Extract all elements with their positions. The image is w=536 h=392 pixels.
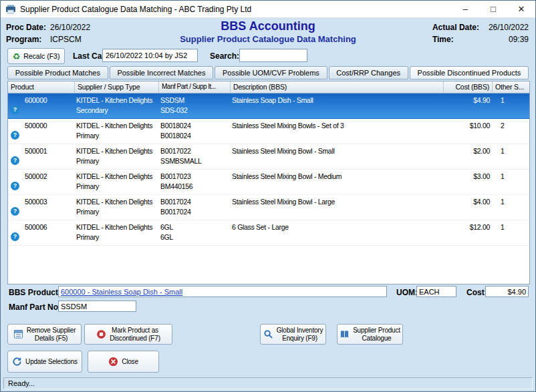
other-suppliers-cell: 1 bbox=[493, 93, 529, 118]
table-header: Product Supplier / Supp Type Manf Part /… bbox=[8, 81, 529, 93]
manf-part-number: B0017024 bbox=[160, 197, 231, 207]
question-icon: ? bbox=[11, 106, 19, 114]
table-row[interactable]: ? 500002 KITDEL - Kitchen Delights Prima… bbox=[8, 170, 529, 195]
catalogue-icon bbox=[340, 329, 350, 339]
remove-details-icon bbox=[13, 329, 23, 339]
supplier-cell: KITDEL - Kitchen Delights Secondary bbox=[75, 93, 159, 118]
uom-label: UOM: bbox=[396, 288, 418, 297]
recalc-button[interactable]: ♻ Recalc (F3) bbox=[7, 48, 65, 64]
manf-part-cell: SSDSM SDS-032 bbox=[159, 93, 231, 118]
manf-part-cell: B0017023 BM440156 bbox=[159, 170, 231, 194]
maximize-button[interactable]: □ bbox=[479, 1, 507, 17]
table-row[interactable]: ? 500001 KITDEL - Kitchen Delights Prima… bbox=[8, 144, 529, 170]
table-row[interactable]: ? 500003 KITDEL - Kitchen Delights Prima… bbox=[8, 195, 529, 220]
product-code: 500000 bbox=[23, 119, 75, 144]
supplier-type: Primary bbox=[76, 207, 159, 217]
other-suppliers-cell: 1 bbox=[493, 170, 529, 194]
search-input[interactable] bbox=[239, 49, 307, 62]
column-header-cost[interactable]: Cost (BBS) bbox=[444, 81, 493, 93]
mark-discontinued-button[interactable]: Mark Product as Discontinued (F7) bbox=[84, 324, 172, 345]
global-inventory-enquiry-button[interactable]: Global Inventory Enquiry (F9) bbox=[260, 324, 326, 345]
row-status-cell: ? bbox=[8, 195, 23, 220]
bbs-product-field: 600000 - Stainless Soap Dish - Small bbox=[58, 286, 387, 297]
supplier-type: Primary bbox=[76, 156, 159, 166]
supplier-cell: KITDEL - Kitchen Delights Primary bbox=[75, 144, 159, 169]
description-cell: Stainless Soap Dish - Small bbox=[231, 93, 444, 118]
supp-item-number: SSMBSMALL bbox=[160, 156, 231, 166]
row-status-cell: ? bbox=[8, 220, 23, 245]
uom-field: EACH bbox=[416, 286, 456, 297]
column-header-description[interactable]: Description (BBS) bbox=[231, 81, 444, 93]
column-header-other-suppliers[interactable]: Other S... bbox=[493, 81, 529, 93]
table-row[interactable]: ? 600000 KITDEL - Kitchen Delights Secon… bbox=[8, 93, 529, 119]
supplier-cell: KITDEL - Kitchen Delights Primary bbox=[75, 119, 159, 144]
cost-label: Cost: bbox=[466, 288, 487, 297]
supplier-name: KITDEL - Kitchen Delights bbox=[76, 95, 159, 106]
close-button[interactable]: Close bbox=[88, 351, 159, 373]
bbs-product-label: BBS Product: bbox=[9, 288, 61, 297]
supplier-name: KITDEL - Kitchen Delights bbox=[76, 121, 159, 131]
manf-part-cell: 6GL 6GL bbox=[159, 220, 231, 245]
column-header-manf-part[interactable]: Manf Part / Supp It... bbox=[159, 81, 231, 93]
manf-part-no-label: Manf Part No: bbox=[9, 303, 61, 312]
actual-date-label: Actual Date: bbox=[432, 21, 479, 33]
question-icon: ? bbox=[11, 182, 19, 190]
cost-cell: $2.00 bbox=[444, 144, 493, 169]
table-row[interactable]: ? 500006 KITDEL - Kitchen Delights Prima… bbox=[8, 220, 529, 246]
last-calc-field: 26/10/2022 10:04 by JS2 bbox=[102, 49, 198, 62]
tab-cost-rrp-changes[interactable]: Cost/RRP Changes bbox=[329, 66, 408, 79]
row-status-cell: ? bbox=[8, 93, 23, 118]
page-title: Supplier Product Catalogue Data Matching bbox=[81, 34, 455, 44]
update-selections-button[interactable]: Update Selections bbox=[7, 351, 82, 373]
other-suppliers-cell: 1 bbox=[493, 195, 529, 220]
app-icon bbox=[5, 4, 16, 15]
tab-possible-product-matches[interactable]: Possible Product Matches bbox=[7, 66, 108, 79]
column-header-supplier[interactable]: Supplier / Supp Type bbox=[75, 81, 159, 93]
question-icon: ? bbox=[11, 131, 19, 140]
table-row[interactable]: ? 500000 KITDEL - Kitchen Delights Prima… bbox=[8, 119, 529, 144]
supplier-product-catalogue-button[interactable]: Supplier Product Catalogue bbox=[337, 324, 403, 345]
recalc-label: Recalc (F3) bbox=[23, 52, 59, 60]
supplier-cell: KITDEL - Kitchen Delights Primary bbox=[75, 170, 159, 194]
remove-supplier-line1: Remove Supplier bbox=[27, 327, 76, 335]
cost-cell: $3.00 bbox=[444, 170, 493, 194]
supplier-catalogue-line2: Catalogue bbox=[353, 335, 400, 343]
question-icon: ? bbox=[11, 156, 19, 165]
header-right: Actual Date: 26/10/2022 Time: 09:39 bbox=[432, 21, 529, 45]
close-window-button[interactable]: ✕ bbox=[507, 1, 535, 17]
remove-supplier-details-button[interactable]: Remove Supplier Details (F5) bbox=[7, 324, 82, 345]
supp-item-number: SDS-032 bbox=[160, 106, 231, 116]
supplier-type: Secondary bbox=[76, 106, 159, 116]
supp-item-number: 6GL bbox=[160, 232, 231, 242]
mark-discontinued-line1: Mark Product as bbox=[110, 327, 160, 335]
supplier-catalogue-line1: Supplier Product bbox=[353, 327, 400, 335]
supp-item-number: B0017024 bbox=[160, 207, 231, 217]
supp-item-number: B0018024 bbox=[160, 131, 231, 141]
manf-part-number: B0017023 bbox=[160, 172, 231, 182]
app-title: BBS Accounting bbox=[81, 19, 455, 33]
status-bar: Ready... bbox=[3, 377, 533, 389]
minimize-button[interactable]: – bbox=[451, 1, 479, 17]
global-inventory-line1: Global Inventory bbox=[277, 327, 323, 335]
supplier-type: Primary bbox=[76, 182, 159, 192]
supplier-type: Primary bbox=[76, 232, 159, 242]
supplier-name: KITDEL - Kitchen Delights bbox=[76, 222, 159, 232]
tab-possible-uom-cvf-problems[interactable]: Possible UOM/CVF Problems bbox=[215, 66, 327, 79]
title-bar: Supplier Product Catalogue Data Matching… bbox=[1, 1, 535, 18]
mark-discontinued-line2: Discontinued (F7) bbox=[110, 335, 160, 343]
search-label: Search: bbox=[210, 51, 239, 61]
tab-possible-discontinued-products[interactable]: Possible Discontinued Products bbox=[410, 66, 529, 79]
other-suppliers-cell: 1 bbox=[493, 144, 529, 169]
recycle-icon: ♻ bbox=[13, 52, 21, 61]
window-title: Supplier Product Catalogue Data Matching… bbox=[20, 5, 251, 14]
tab-possible-incorrect-matches[interactable]: Possible Incorrect Matches bbox=[110, 66, 214, 79]
global-inventory-line2: Enquiry (F9) bbox=[277, 335, 323, 343]
product-code: 600000 bbox=[23, 93, 75, 118]
other-suppliers-cell: 1 bbox=[493, 220, 529, 245]
manf-part-number: B0017022 bbox=[160, 146, 231, 156]
program-label: Program: bbox=[6, 33, 46, 45]
cost-cell: $4.00 bbox=[444, 195, 493, 220]
column-header-product[interactable]: Product bbox=[8, 81, 75, 93]
manf-part-no-field: SSDSM bbox=[58, 301, 136, 312]
bbs-product-link[interactable]: 600000 - Stainless Soap Dish - Small bbox=[61, 288, 182, 296]
